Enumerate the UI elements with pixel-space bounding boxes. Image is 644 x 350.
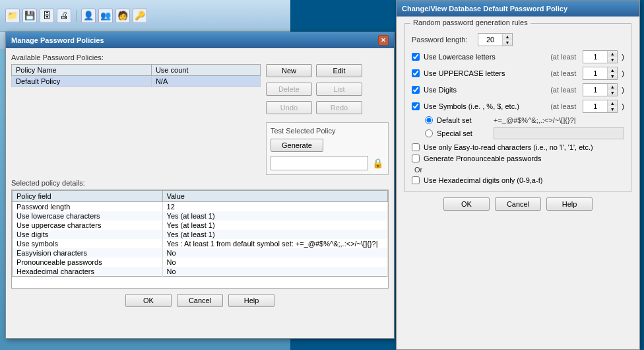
change-dialog-title: Change/View Database Default Password Po… [402, 5, 567, 13]
detail-value: No [162, 267, 387, 277]
default-set-label: Default set [437, 116, 490, 124]
detail-field: Use digits [13, 230, 163, 239]
default-set-radio[interactable] [425, 116, 433, 124]
uppercase-checkbox[interactable] [412, 69, 420, 77]
policy-name-header: Policy Name [12, 65, 152, 76]
symbols-up[interactable]: ▲ [608, 100, 617, 106]
detail-field: Password length [13, 202, 163, 212]
password-length-down[interactable]: ▼ [503, 40, 512, 46]
digits-row: Use Digits (at least ▲ ▼ ) [412, 83, 624, 96]
symbols-spinbox[interactable]: ▲ ▼ [583, 100, 618, 113]
digits-up[interactable]: ▲ [608, 84, 617, 90]
special-set-radio[interactable] [425, 129, 433, 137]
policy-field-header: Policy field [13, 191, 163, 202]
password-length-spinbox[interactable]: ▲ ▼ [478, 33, 513, 46]
new-button[interactable]: New [266, 64, 312, 77]
special-set-label: Special set [437, 129, 490, 137]
detail-row: Use lowercase charactersYes (at least 1) [13, 211, 388, 221]
uppercase-spinbox[interactable]: ▲ ▼ [583, 67, 618, 80]
easy-read-checkbox[interactable] [412, 143, 420, 151]
policy-value-header: Value [162, 191, 387, 202]
lowercase-num-input[interactable] [583, 51, 607, 63]
user3-icon[interactable]: 🧑 [115, 9, 130, 23]
symbols-row: Use Symbols (i.e. , %, $, etc.) (at leas… [412, 100, 624, 113]
detail-row: Use symbolsYes : At least 1 from default… [13, 239, 388, 248]
change-dialog: Change/View Database Default Password Po… [396, 0, 640, 350]
detail-field: Use uppercase characters [13, 221, 163, 230]
lowercase-spinbox[interactable]: ▲ ▼ [583, 50, 618, 63]
toolbar-separator [76, 10, 77, 22]
redo-button[interactable]: Redo [316, 101, 362, 114]
symbols-down[interactable]: ▼ [608, 106, 617, 112]
symbols-close-paren: ) [622, 102, 624, 110]
symbols-num-input[interactable] [583, 100, 607, 112]
digits-num-input[interactable] [583, 84, 607, 96]
manage-cancel-button[interactable]: Cancel [177, 294, 223, 307]
open-icon[interactable]: 📁 [5, 9, 20, 23]
hex-label: Use Hexadecimal digits only (0-9,a-f) [424, 176, 624, 184]
special-set-input[interactable] [494, 127, 624, 139]
detail-value: Yes (at least 1) [162, 211, 387, 221]
key-icon[interactable]: 🔑 [133, 9, 147, 23]
symbols-spinbox-buttons: ▲ ▼ [607, 100, 617, 112]
detail-field: Use lowercase characters [13, 211, 163, 221]
pronounceable-label: Generate Pronounceable passwords [424, 155, 624, 162]
new-edit-group: New Edit [266, 64, 389, 77]
policy-details-container: Policy field Value Password length12Use … [11, 190, 389, 289]
manage-dialog-close[interactable]: ✕ [378, 35, 389, 46]
lowercase-up[interactable]: ▲ [608, 51, 617, 57]
test-policy-label: Test Selected Policy [271, 127, 384, 135]
uppercase-down[interactable]: ▼ [608, 73, 617, 79]
manage-help-button[interactable]: Help [228, 294, 274, 307]
lowercase-at-least: (at least [550, 53, 576, 61]
detail-row: Pronounceable passwordsNo [13, 258, 388, 267]
toolbar: 📁 💾 🗄 🖨 👤 👥 🧑 🔑 [0, 0, 290, 32]
uppercase-num-input[interactable] [583, 67, 607, 79]
lock-icon: 🔒 [371, 157, 384, 170]
generate-button[interactable]: Generate [271, 139, 323, 152]
random-rules-legend: Random password generation rules [410, 18, 531, 26]
save2-icon[interactable]: 🗄 [40, 9, 54, 23]
change-ok-button[interactable]: OK [443, 197, 490, 211]
user2-icon[interactable]: 👥 [98, 9, 113, 23]
uppercase-up[interactable]: ▲ [608, 67, 617, 73]
manage-dialog-titlebar: Manage Password Policies ✕ [6, 32, 394, 48]
detail-value: Yes : At least 1 from default symbol set… [162, 239, 387, 248]
symbols-checkbox[interactable] [412, 102, 420, 110]
undo-button[interactable]: Undo [266, 101, 312, 114]
user-icon[interactable]: 👤 [81, 9, 96, 23]
lowercase-down[interactable]: ▼ [608, 57, 617, 63]
password-length-input[interactable] [478, 34, 502, 46]
edit-button[interactable]: Edit [316, 64, 362, 77]
digits-down[interactable]: ▼ [608, 90, 617, 96]
digits-spinbox[interactable]: ▲ ▼ [583, 83, 618, 96]
digits-checkbox[interactable] [412, 86, 420, 94]
table-row[interactable]: Default Policy N/A [12, 76, 261, 87]
change-bottom-buttons: OK Cancel Help [404, 197, 631, 211]
change-cancel-button[interactable]: Cancel [495, 197, 541, 211]
change-dialog-titlebar: Change/View Database Default Password Po… [397, 1, 639, 17]
lowercase-checkbox[interactable] [412, 53, 420, 61]
digits-at-least: (at least [550, 86, 576, 94]
generated-password-input[interactable] [271, 156, 368, 170]
detail-value: 12 [162, 202, 387, 212]
default-set-value: +=_@#$%^&;,.:<>/~\[]{}?| [494, 116, 576, 124]
save-icon[interactable]: 💾 [22, 9, 37, 23]
delete-button[interactable]: Delete [266, 83, 312, 96]
manage-ok-button[interactable]: OK [125, 294, 172, 307]
list-button[interactable]: List [316, 83, 362, 96]
hex-checkbox[interactable] [412, 176, 420, 184]
delete-list-group: Delete List [266, 83, 389, 96]
print-icon[interactable]: 🖨 [57, 9, 71, 23]
password-length-up[interactable]: ▲ [503, 34, 512, 40]
lowercase-close-paren: ) [622, 53, 624, 61]
special-set-row: Special set [425, 127, 624, 139]
detail-value: Yes (at least 1) [162, 221, 387, 230]
manage-dialog: Manage Password Policies ✕ Available Pas… [5, 32, 395, 339]
pronounceable-checkbox[interactable] [412, 155, 420, 162]
uppercase-label: Use UPPERCASE letters [424, 69, 546, 77]
hex-row: Use Hexadecimal digits only (0-9,a-f) [412, 176, 624, 184]
detail-row: Easyvision charactersNo [13, 248, 388, 258]
detail-field: Use symbols [13, 239, 163, 248]
change-help-button[interactable]: Help [546, 197, 593, 211]
